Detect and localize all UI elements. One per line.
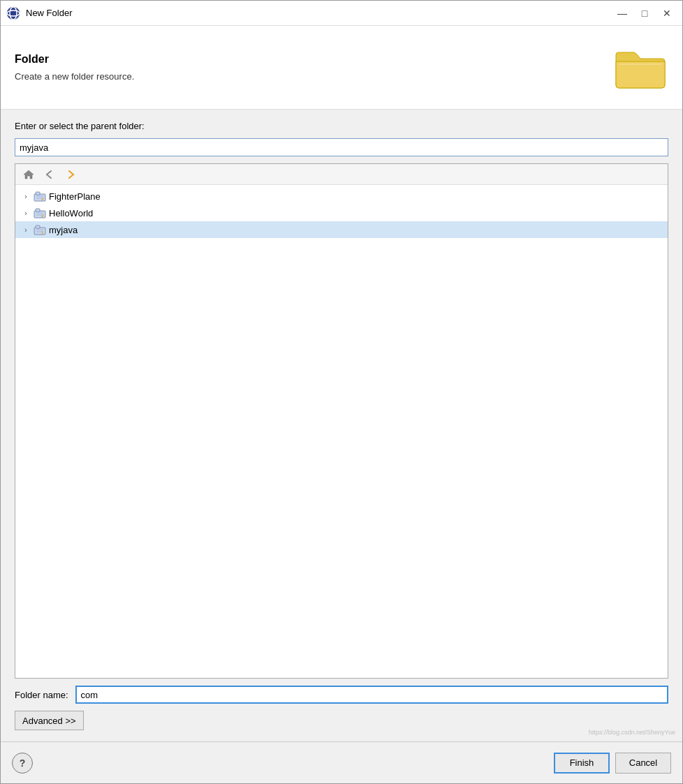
window-controls: — □ ✕	[612, 6, 677, 21]
svg-rect-3	[34, 194, 45, 201]
tree-item-label-myjava: myjava	[49, 225, 78, 235]
main-content: Enter or select the parent folder:	[1, 110, 682, 741]
svg-text:J: J	[41, 214, 43, 218]
project-icon-fighterplane: J	[34, 191, 46, 202]
tree-item-label-fighterplane: FighterPlane	[49, 191, 101, 202]
folder-name-label: Folder name:	[15, 690, 68, 700]
svg-rect-10	[36, 225, 40, 228]
forward-icon	[65, 169, 76, 180]
home-icon	[23, 169, 34, 180]
titlebar: New Folder — □ ✕	[1, 1, 682, 26]
window-title: New Folder	[26, 8, 612, 18]
tree-container: › J FighterPlane ›	[15, 163, 668, 679]
back-icon	[44, 169, 55, 180]
header-text: Folder Create a new folder resource.	[15, 53, 134, 82]
home-button[interactable]	[20, 167, 38, 182]
svg-rect-9	[34, 228, 45, 235]
tree-body[interactable]: › J FighterPlane ›	[15, 185, 668, 678]
header-title: Folder	[15, 53, 134, 66]
tree-item-helloworld[interactable]: › J HelloWorld	[15, 205, 668, 221]
finish-button[interactable]: Finish	[554, 753, 610, 774]
minimize-button[interactable]: —	[612, 6, 632, 21]
expand-arrow-fighterplane[interactable]: ›	[21, 191, 31, 201]
tree-item-fighterplane[interactable]: › J FighterPlane	[15, 188, 668, 205]
tree-toolbar	[15, 164, 668, 185]
cancel-button[interactable]: Cancel	[615, 753, 671, 774]
header-section: Folder Create a new folder resource.	[1, 26, 682, 110]
svg-rect-7	[36, 209, 40, 212]
folder-icon-large	[612, 42, 668, 93]
bottom-buttons: Finish Cancel	[554, 753, 671, 774]
folder-name-row: Folder name:	[15, 686, 668, 704]
svg-text:J: J	[41, 197, 43, 201]
parent-folder-input[interactable]	[15, 138, 668, 156]
svg-rect-4	[36, 192, 40, 195]
project-icon-myjava: J	[34, 224, 46, 235]
watermark: https://blog.csdn.net/ShenyYue	[589, 729, 675, 736]
close-button[interactable]: ✕	[657, 6, 677, 21]
bottom-bar: ? Finish Cancel	[1, 741, 682, 783]
svg-text:J: J	[41, 230, 43, 235]
svg-rect-6	[34, 211, 45, 218]
tree-item-label-helloworld: HelloWorld	[49, 208, 93, 219]
header-subtitle: Create a new folder resource.	[15, 71, 134, 82]
forward-button[interactable]	[61, 167, 80, 182]
expand-arrow-myjava[interactable]: ›	[21, 225, 31, 235]
folder-name-input[interactable]	[75, 686, 668, 704]
help-button[interactable]: ?	[12, 753, 33, 774]
expand-arrow-helloworld[interactable]: ›	[21, 208, 31, 218]
advanced-section: Advanced >>	[15, 711, 668, 730]
tree-item-myjava[interactable]: › J myjava	[15, 221, 668, 238]
svg-point-0	[7, 7, 20, 20]
back-button[interactable]	[41, 167, 59, 182]
advanced-button[interactable]: Advanced >>	[15, 711, 84, 730]
project-icon-helloworld: J	[34, 207, 46, 219]
app-icon	[6, 6, 20, 20]
parent-folder-label: Enter or select the parent folder:	[15, 121, 668, 131]
maximize-button[interactable]: □	[635, 6, 654, 21]
